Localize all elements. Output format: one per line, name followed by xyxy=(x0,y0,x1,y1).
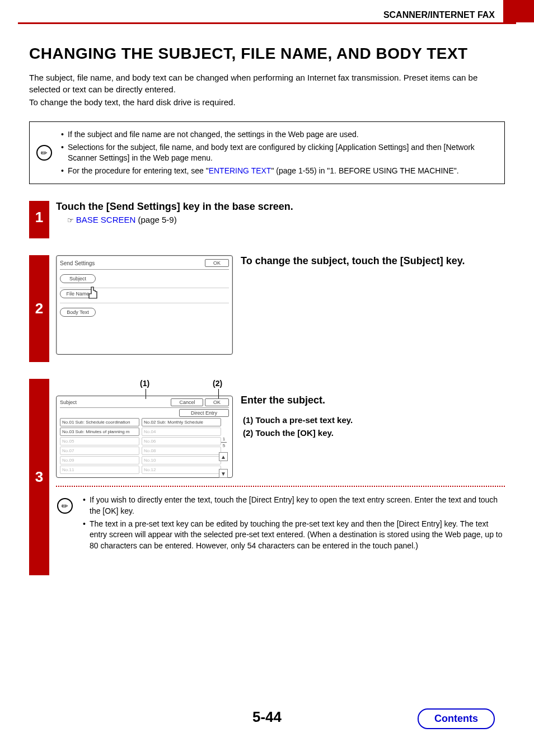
pointing-hand-icon xyxy=(86,286,100,302)
bodytext-button[interactable]: Body Text xyxy=(60,308,96,317)
preset-key-5[interactable]: No.05 xyxy=(60,437,139,445)
preset-key-10[interactable]: No.10 xyxy=(142,456,221,464)
preset-key-11[interactable]: No.11 xyxy=(60,466,139,474)
note-box: ✎ If the subject and file name are not c… xyxy=(29,121,505,184)
step-1-title: Touch the [Send Settings] key in the bas… xyxy=(56,201,505,213)
preset-key-2[interactable]: No.02 Sub: Monthly Schedule xyxy=(142,418,221,426)
preset-key-4[interactable]: No.04 xyxy=(142,428,221,436)
send-settings-panel: Send Settings OK Subject File Name Body … xyxy=(56,255,233,355)
preset-key-7[interactable]: No.07 xyxy=(60,447,139,455)
step-3-instruction-1: (1) Touch a pre-set text key. xyxy=(243,415,353,425)
step-1-number: 1 xyxy=(29,201,49,238)
preset-key-9[interactable]: No.09 xyxy=(60,456,139,464)
step-2-instruction: To change the subject, touch the [Subjec… xyxy=(241,255,465,267)
step-2: 2 Send Settings OK Subject File Name Bod… xyxy=(29,255,505,362)
pencil-note-icon-2: ✎ xyxy=(57,498,73,514)
subject-select-panel: Subject Cancel OK Direct Entry No.01 Sub… xyxy=(56,396,233,478)
step-3-instruction-2: (2) Touch the [OK] key. xyxy=(243,428,353,438)
dashed-separator xyxy=(56,486,505,487)
step-1: 1 Touch the [Send Settings] key in the b… xyxy=(29,201,505,238)
contents-button[interactable]: Contents xyxy=(418,708,495,729)
page-title: CHANGING THE SUBJECT, FILE NAME, AND BOD… xyxy=(29,45,505,63)
header-section-label: SCANNER/INTERNET FAX xyxy=(383,10,495,20)
preset-key-12[interactable]: No.12 xyxy=(142,466,221,474)
panel-title: Send Settings xyxy=(60,260,95,266)
direct-entry-button[interactable]: Direct Entry xyxy=(179,409,229,417)
preset-key-8[interactable]: No.08 xyxy=(142,447,221,455)
header-rule xyxy=(18,22,516,24)
note-bullet-2: Selections for the subject, file name, a… xyxy=(61,142,496,164)
intro-paragraph-2: To change the body text, the hard disk d… xyxy=(29,96,505,108)
preset-key-3[interactable]: No.03 Sub: Minutes of planning m xyxy=(60,428,139,436)
step3-note-2: The text in a pre-set text key can be ed… xyxy=(83,519,505,552)
step-3-instruction-title: Enter the subject. xyxy=(241,395,353,406)
step-2-number: 2 xyxy=(29,255,49,362)
cancel-button[interactable]: Cancel xyxy=(171,398,203,406)
step-3: 3 (1) (2) Subject Cancel xyxy=(29,379,505,575)
entering-text-link[interactable]: ENTERING TEXT xyxy=(209,166,271,175)
subject-button[interactable]: Subject xyxy=(60,274,96,283)
header-red-block xyxy=(503,0,534,22)
step3-note-1: If you wish to directly enter the text, … xyxy=(83,495,505,516)
preset-key-1[interactable]: No.01 Sub: Schedule coordination xyxy=(60,418,139,426)
callout-1: (1) xyxy=(140,379,149,388)
note-bullet-1: If the subject and file name are not cha… xyxy=(61,129,496,140)
scroll-up-button[interactable]: ▲ xyxy=(219,452,228,461)
base-screen-link[interactable]: BASE SCREEN xyxy=(76,215,136,224)
callout-2: (2) xyxy=(213,379,222,388)
ok-button[interactable]: OK xyxy=(205,259,229,267)
page-indicator: 1 5 xyxy=(221,436,227,448)
intro-paragraph-1: The subject, file name, and body text ca… xyxy=(29,72,505,95)
ok-button-2[interactable]: OK xyxy=(205,398,229,406)
preset-key-6[interactable]: No.06 xyxy=(142,437,221,445)
subject-panel-title: Subject xyxy=(60,400,77,405)
step-3-note: ✎ If you wish to directly enter the text… xyxy=(56,495,505,551)
scroll-down-button[interactable]: ▼ xyxy=(219,469,228,478)
base-screen-link-suffix: (page 5-9) xyxy=(135,215,176,224)
pencil-note-icon: ✎ xyxy=(36,145,52,161)
step-3-number: 3 xyxy=(29,379,49,575)
note-bullet-3: For the procedure for entering text, see… xyxy=(61,166,496,177)
